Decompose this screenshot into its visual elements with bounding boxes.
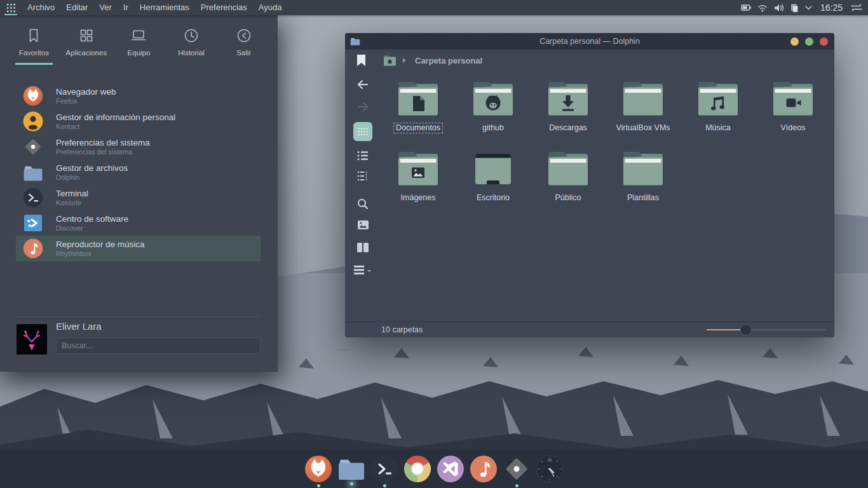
tab-equipo[interactable]: Equipo [112,23,165,65]
folder-musica[interactable]: Música [681,74,756,144]
forward-button[interactable] [345,102,381,112]
global-menubar: Archivo Editar Ver Ir Herramientas Prefe… [0,0,868,15]
titlebar[interactable]: Carpeta personal — Dolphin [345,33,834,50]
folder-videos[interactable]: Vídeos [756,74,831,144]
app-rhythmbox[interactable]: Reproductor de música Rhythmbox [16,236,261,261]
dock-file-manager[interactable] [337,455,365,487]
folder-github[interactable]: github [456,74,531,144]
folder-icon-plain [618,79,668,119]
folder-imagenes[interactable]: Imágenes [381,144,456,214]
preview-image-icon [358,220,369,229]
app-title: Centro de software [56,214,128,224]
app-title: Reproductor de música [56,240,145,250]
minimize-button[interactable] [790,37,799,46]
folder-label: VirtualBox VMs [613,123,672,133]
home-folder-icon[interactable] [383,55,397,66]
folder-publico[interactable]: Público [531,144,606,214]
folder-label: Escritorio [474,193,512,203]
compact-view-button[interactable] [345,171,381,181]
clipboard-icon[interactable] [790,3,799,13]
menu-editar[interactable]: Editar [60,0,93,15]
tray-clock[interactable]: 16:25 [820,3,843,13]
back-arrow-icon [357,79,369,90]
system-settings-icon [503,455,531,483]
preview-button[interactable] [345,220,381,229]
volume-icon[interactable] [773,3,784,13]
menu-archivo[interactable]: Archivo [22,0,60,15]
chevron-down-icon[interactable] [804,5,813,11]
terminal-icon [370,455,398,483]
menu-herramientas[interactable]: Herramientas [134,0,195,15]
tab-salir[interactable]: Salir [217,23,270,65]
folder-icon-document [393,79,443,119]
compact-view-icon [357,171,369,181]
app-discover[interactable]: Centro de software Discover [0,210,278,236]
tab-historial[interactable]: Historial [165,23,218,65]
menu-ir[interactable]: Ir [118,0,134,15]
menu-ver[interactable]: Ver [93,0,118,15]
maximize-button[interactable] [805,37,813,46]
favorites-list: Navegador web Firefox Gestor de informac… [0,83,278,261]
avatar-deer-image [17,324,47,355]
battery-icon[interactable] [741,3,752,13]
tab-favoritos[interactable]: Favoritos [8,23,60,65]
search-button[interactable] [345,198,381,210]
dock-vscode[interactable] [437,455,465,487]
dock-rhythmbox[interactable] [470,455,498,487]
dock-clock[interactable]: 12 [536,455,564,487]
app-system-settings[interactable]: Preferencias del sistema Preferencias de… [0,134,278,159]
app-firefox[interactable]: Navegador web Firefox [0,83,278,109]
status-bar: 10 carpetas [345,322,834,337]
app-title: Gestor de archivos [56,163,128,173]
history-clock-icon [183,27,200,44]
desktop: Archivo Editar Ver Ir Herramientas Prefe… [0,0,868,488]
zoom-slider-knob[interactable] [740,324,752,336]
dock-terminal[interactable] [370,455,398,487]
folder-descargas[interactable]: Descargas [531,74,606,144]
icons-view-button[interactable] [353,122,372,141]
firefox-icon [23,86,43,106]
split-view-button[interactable] [345,243,381,252]
dock-chrome[interactable] [403,455,431,487]
app-subtitle: Kontact [56,123,175,131]
app-grid-icon [7,4,15,12]
folder-label: Documentos [393,123,443,133]
zoom-slider[interactable] [707,329,826,330]
folder-icon-image [393,149,443,189]
tab-aplicaciones[interactable]: Aplicaciones [60,23,113,65]
wifi-icon[interactable] [757,3,768,13]
dock-firefox[interactable] [304,455,332,487]
app-konsole[interactable]: Terminal Konsole [0,185,278,210]
app-subtitle: Dolphin [56,173,128,182]
folder-virtualbox-vms[interactable]: VirtualBox VMs [606,74,681,144]
app-subtitle: Rhythmbox [56,250,145,258]
menu-ayuda[interactable]: Ayuda [253,0,288,15]
folder-documentos[interactable]: Documentos [381,74,456,144]
app-launcher-button[interactable] [0,0,22,15]
folder-label: Descargas [546,123,590,133]
close-button[interactable] [820,37,828,46]
app-title: Terminal [56,189,88,199]
panel-toggle-icon[interactable] [850,3,863,12]
folder-view: Documentos github Descargas [381,74,831,214]
list-view-icon [357,151,369,161]
folder-icon-plain [543,149,593,189]
firefox-icon [304,455,332,483]
app-kontact[interactable]: Gestor de información personal Kontact [0,109,278,134]
back-button[interactable] [345,79,381,90]
window-icon [350,37,360,46]
breadcrumb-location[interactable]: Carpeta personal [415,56,482,65]
avatar[interactable] [17,324,47,355]
dock-system-settings[interactable] [503,455,531,487]
folder-escritorio[interactable]: Escritorio [456,144,531,214]
list-view-button[interactable] [345,151,381,161]
analog-clock-icon: 12 [536,455,564,483]
app-dolphin[interactable]: Gestor de archivos Dolphin [0,159,278,185]
menu-button[interactable] [345,265,381,275]
menu-preferencias[interactable]: Preferencias [195,0,253,15]
folder-label: Público [553,193,584,203]
chrome-icon [403,455,431,483]
search-input[interactable] [56,337,261,354]
folder-plantillas[interactable]: Plantillas [606,144,681,214]
terminal-icon [23,187,43,208]
